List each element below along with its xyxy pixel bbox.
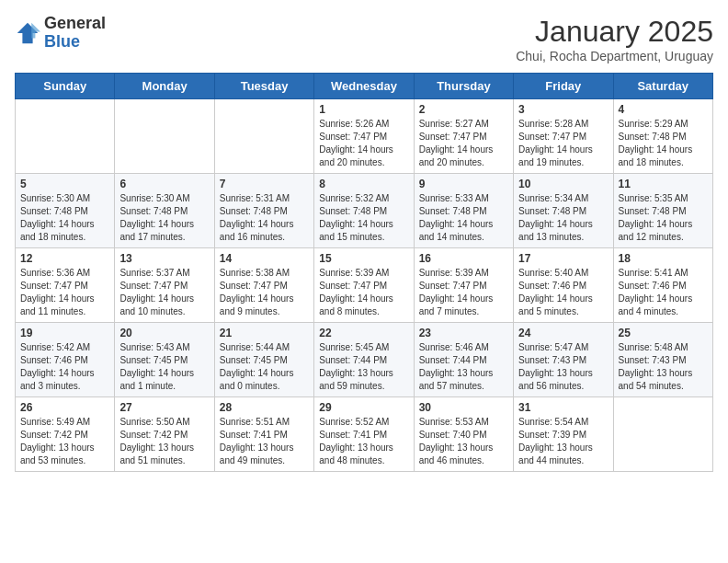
day-info: Sunrise: 5:36 AM Sunset: 7:47 PM Dayligh… bbox=[20, 267, 109, 318]
day-number: 27 bbox=[119, 401, 209, 414]
day-info: Sunrise: 5:51 AM Sunset: 7:41 PM Dayligh… bbox=[220, 416, 309, 467]
day-number: 9 bbox=[419, 178, 508, 190]
calendar-cell: 25Sunrise: 5:48 AM Sunset: 7:43 PM Dayli… bbox=[613, 323, 712, 397]
day-info: Sunrise: 5:39 AM Sunset: 7:47 PM Dayligh… bbox=[419, 267, 508, 318]
calendar-cell: 21Sunrise: 5:44 AM Sunset: 7:45 PM Dayli… bbox=[214, 323, 313, 397]
logo-text: General Blue bbox=[44, 15, 106, 52]
day-number: 2 bbox=[419, 103, 508, 116]
logo: General Blue bbox=[15, 15, 106, 52]
calendar-cell: 13Sunrise: 5:37 AM Sunset: 7:47 PM Dayli… bbox=[115, 248, 214, 323]
calendar-cell: 14Sunrise: 5:38 AM Sunset: 7:47 PM Dayli… bbox=[214, 248, 313, 323]
day-info: Sunrise: 5:49 AM Sunset: 7:42 PM Dayligh… bbox=[20, 416, 109, 467]
calendar-cell: 18Sunrise: 5:41 AM Sunset: 7:46 PM Dayli… bbox=[613, 248, 712, 323]
calendar-cell: 11Sunrise: 5:35 AM Sunset: 7:48 PM Dayli… bbox=[613, 174, 712, 248]
day-info: Sunrise: 5:44 AM Sunset: 7:45 PM Dayligh… bbox=[220, 341, 309, 393]
calendar-cell bbox=[613, 397, 712, 472]
calendar-cell: 27Sunrise: 5:50 AM Sunset: 7:42 PM Dayli… bbox=[115, 397, 214, 472]
day-header-saturday: Saturday bbox=[613, 74, 712, 99]
calendar-cell: 5Sunrise: 5:30 AM Sunset: 7:48 PM Daylig… bbox=[16, 174, 115, 248]
day-info: Sunrise: 5:48 AM Sunset: 7:43 PM Dayligh… bbox=[619, 341, 708, 393]
calendar-cell: 12Sunrise: 5:36 AM Sunset: 7:47 PM Dayli… bbox=[16, 248, 115, 323]
calendar-table: SundayMondayTuesdayWednesdayThursdayFrid… bbox=[15, 73, 713, 472]
page-container: General Blue January 2025 Chui, Rocha De… bbox=[0, 0, 728, 483]
calendar-cell: 16Sunrise: 5:39 AM Sunset: 7:47 PM Dayli… bbox=[414, 248, 513, 323]
calendar-cell: 8Sunrise: 5:32 AM Sunset: 7:48 PM Daylig… bbox=[314, 174, 414, 248]
day-header-monday: Monday bbox=[115, 74, 214, 99]
day-info: Sunrise: 5:37 AM Sunset: 7:47 PM Dayligh… bbox=[119, 267, 209, 318]
svg-marker-1 bbox=[31, 23, 40, 39]
day-number: 7 bbox=[220, 178, 309, 190]
calendar-cell: 7Sunrise: 5:31 AM Sunset: 7:48 PM Daylig… bbox=[214, 174, 313, 248]
calendar-cell: 15Sunrise: 5:39 AM Sunset: 7:47 PM Dayli… bbox=[314, 248, 414, 323]
title-block: January 2025 Chui, Rocha Department, Uru… bbox=[516, 15, 713, 63]
day-number: 16 bbox=[419, 252, 508, 265]
day-info: Sunrise: 5:30 AM Sunset: 7:48 PM Dayligh… bbox=[119, 192, 209, 244]
day-number: 21 bbox=[220, 327, 309, 339]
week-row-5: 26Sunrise: 5:49 AM Sunset: 7:42 PM Dayli… bbox=[16, 397, 713, 472]
day-info: Sunrise: 5:32 AM Sunset: 7:48 PM Dayligh… bbox=[319, 192, 408, 244]
calendar-cell bbox=[115, 99, 214, 174]
calendar-cell: 10Sunrise: 5:34 AM Sunset: 7:48 PM Dayli… bbox=[514, 174, 613, 248]
day-info: Sunrise: 5:35 AM Sunset: 7:48 PM Dayligh… bbox=[619, 192, 708, 244]
calendar-cell: 31Sunrise: 5:54 AM Sunset: 7:39 PM Dayli… bbox=[514, 397, 613, 472]
day-info: Sunrise: 5:47 AM Sunset: 7:43 PM Dayligh… bbox=[518, 341, 608, 393]
day-number: 26 bbox=[20, 401, 109, 414]
logo-general-text: General bbox=[44, 15, 106, 33]
day-info: Sunrise: 5:30 AM Sunset: 7:48 PM Dayligh… bbox=[20, 192, 109, 244]
logo-blue-text: Blue bbox=[44, 33, 106, 52]
day-info: Sunrise: 5:33 AM Sunset: 7:48 PM Dayligh… bbox=[419, 192, 508, 244]
calendar-cell: 23Sunrise: 5:46 AM Sunset: 7:44 PM Dayli… bbox=[414, 323, 513, 397]
calendar-cell: 24Sunrise: 5:47 AM Sunset: 7:43 PM Dayli… bbox=[514, 323, 613, 397]
calendar-cell: 2Sunrise: 5:27 AM Sunset: 7:47 PM Daylig… bbox=[414, 99, 513, 174]
day-number: 12 bbox=[20, 252, 109, 265]
day-info: Sunrise: 5:53 AM Sunset: 7:40 PM Dayligh… bbox=[419, 416, 508, 467]
calendar-cell: 3Sunrise: 5:28 AM Sunset: 7:47 PM Daylig… bbox=[514, 99, 613, 174]
day-info: Sunrise: 5:31 AM Sunset: 7:48 PM Dayligh… bbox=[220, 192, 309, 244]
day-number: 5 bbox=[20, 178, 109, 190]
calendar-cell: 1Sunrise: 5:26 AM Sunset: 7:47 PM Daylig… bbox=[314, 99, 414, 174]
day-number: 24 bbox=[518, 327, 608, 339]
day-number: 18 bbox=[619, 252, 708, 265]
day-info: Sunrise: 5:38 AM Sunset: 7:47 PM Dayligh… bbox=[220, 267, 309, 318]
day-info: Sunrise: 5:42 AM Sunset: 7:46 PM Dayligh… bbox=[20, 341, 109, 393]
calendar-header: SundayMondayTuesdayWednesdayThursdayFrid… bbox=[16, 74, 713, 99]
week-row-4: 19Sunrise: 5:42 AM Sunset: 7:46 PM Dayli… bbox=[16, 323, 713, 397]
day-info: Sunrise: 5:40 AM Sunset: 7:46 PM Dayligh… bbox=[518, 267, 608, 318]
week-row-3: 12Sunrise: 5:36 AM Sunset: 7:47 PM Dayli… bbox=[16, 248, 713, 323]
calendar-cell: 26Sunrise: 5:49 AM Sunset: 7:42 PM Dayli… bbox=[16, 397, 115, 472]
day-info: Sunrise: 5:27 AM Sunset: 7:47 PM Dayligh… bbox=[419, 118, 508, 169]
day-number: 3 bbox=[518, 103, 608, 116]
days-of-week-row: SundayMondayTuesdayWednesdayThursdayFrid… bbox=[16, 74, 713, 99]
day-info: Sunrise: 5:45 AM Sunset: 7:44 PM Dayligh… bbox=[319, 341, 408, 393]
day-number: 19 bbox=[20, 327, 109, 339]
calendar-cell: 30Sunrise: 5:53 AM Sunset: 7:40 PM Dayli… bbox=[414, 397, 513, 472]
day-header-thursday: Thursday bbox=[414, 74, 513, 99]
calendar-cell: 6Sunrise: 5:30 AM Sunset: 7:48 PM Daylig… bbox=[115, 174, 214, 248]
day-info: Sunrise: 5:54 AM Sunset: 7:39 PM Dayligh… bbox=[518, 416, 608, 467]
month-title: January 2025 bbox=[516, 15, 713, 49]
day-number: 29 bbox=[319, 401, 408, 414]
day-info: Sunrise: 5:43 AM Sunset: 7:45 PM Dayligh… bbox=[119, 341, 209, 393]
calendar-cell: 9Sunrise: 5:33 AM Sunset: 7:48 PM Daylig… bbox=[414, 174, 513, 248]
day-info: Sunrise: 5:39 AM Sunset: 7:47 PM Dayligh… bbox=[319, 267, 408, 318]
logo-icon bbox=[15, 20, 40, 46]
day-info: Sunrise: 5:34 AM Sunset: 7:48 PM Dayligh… bbox=[518, 192, 608, 244]
calendar-body: 1Sunrise: 5:26 AM Sunset: 7:47 PM Daylig… bbox=[16, 99, 713, 472]
calendar-cell: 17Sunrise: 5:40 AM Sunset: 7:46 PM Dayli… bbox=[514, 248, 613, 323]
day-header-sunday: Sunday bbox=[16, 74, 115, 99]
day-number: 10 bbox=[518, 178, 608, 190]
day-info: Sunrise: 5:41 AM Sunset: 7:46 PM Dayligh… bbox=[619, 267, 708, 318]
day-info: Sunrise: 5:52 AM Sunset: 7:41 PM Dayligh… bbox=[319, 416, 408, 467]
day-header-wednesday: Wednesday bbox=[314, 74, 414, 99]
day-number: 25 bbox=[619, 327, 708, 339]
calendar-cell: 22Sunrise: 5:45 AM Sunset: 7:44 PM Dayli… bbox=[314, 323, 414, 397]
day-number: 28 bbox=[220, 401, 309, 414]
day-info: Sunrise: 5:50 AM Sunset: 7:42 PM Dayligh… bbox=[119, 416, 209, 467]
day-number: 4 bbox=[619, 103, 708, 116]
day-info: Sunrise: 5:29 AM Sunset: 7:48 PM Dayligh… bbox=[619, 118, 708, 169]
header: General Blue January 2025 Chui, Rocha De… bbox=[15, 15, 713, 63]
calendar-cell: 29Sunrise: 5:52 AM Sunset: 7:41 PM Dayli… bbox=[314, 397, 414, 472]
day-number: 13 bbox=[119, 252, 209, 265]
day-number: 1 bbox=[319, 103, 408, 116]
day-number: 23 bbox=[419, 327, 508, 339]
